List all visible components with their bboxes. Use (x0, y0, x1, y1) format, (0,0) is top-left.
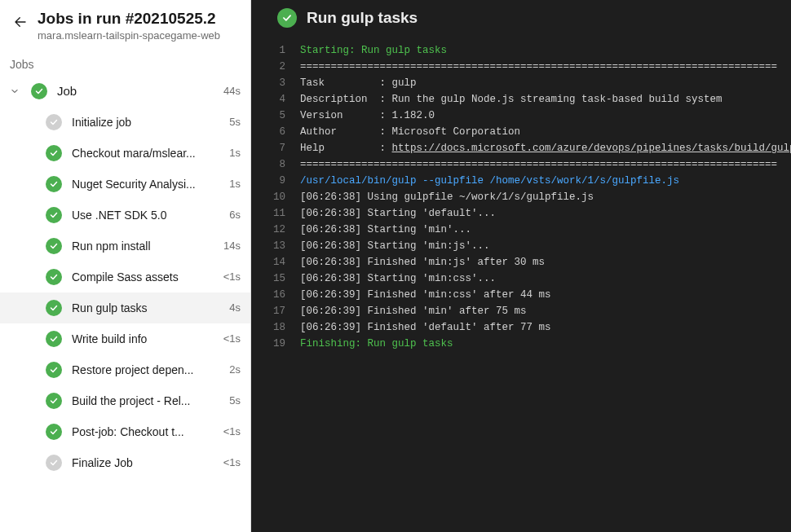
log-line: 8=======================================… (251, 156, 791, 173)
task-duration: 5s (229, 116, 241, 128)
log-line: 9/usr/local/bin/gulp --gulpfile /home/vs… (251, 173, 791, 189)
line-number: 2 (251, 59, 300, 75)
log-body[interactable]: 1Starting: Run gulp tasks2==============… (251, 39, 791, 532)
job-label: Job (57, 84, 214, 98)
line-number: 11 (251, 205, 300, 222)
task-row[interactable]: Initialize job5s (0, 107, 250, 138)
line-number: 14 (251, 254, 300, 270)
log-line: 2=======================================… (251, 59, 791, 75)
line-number: 13 (251, 238, 300, 254)
line-text: ========================================… (300, 156, 777, 173)
task-label: Restore project depen... (72, 363, 219, 376)
task-duration: 5s (229, 394, 241, 407)
task-duration: 1s (229, 147, 241, 159)
log-panel: Run gulp tasks 1Starting: Run gulp tasks… (251, 0, 791, 532)
jobs-section-label: Jobs (0, 51, 250, 76)
task-label: Run gulp tasks (72, 301, 219, 314)
line-number: 8 (251, 156, 300, 173)
task-duration: 4s (229, 301, 241, 314)
log-line: 16[06:26:39] Finished 'min:css' after 44… (251, 287, 791, 303)
line-number: 3 (251, 75, 300, 91)
task-label: Finalize Job (72, 456, 214, 469)
log-line: 18[06:26:39] Finished 'default' after 77… (251, 319, 791, 336)
line-number: 12 (251, 222, 300, 238)
page-subtitle: mara.mslearn-tailspin-spacegame-web (38, 29, 237, 43)
task-row[interactable]: Run npm install14s (0, 231, 250, 262)
task-label: Post-job: Checkout t... (72, 425, 214, 438)
arrow-left-icon (13, 15, 28, 29)
line-text: Author : Microsoft Corporation (300, 124, 520, 140)
header-titles: Jobs in run #20210525.2 mara.mslearn-tai… (38, 10, 237, 43)
line-number: 7 (251, 140, 300, 156)
task-row[interactable]: Run gulp tasks4s (0, 292, 250, 323)
task-row[interactable]: Build the project - Rel...5s (0, 385, 250, 416)
log-line: 11[06:26:38] Starting 'default'... (251, 205, 791, 222)
task-label: Use .NET SDK 5.0 (72, 209, 219, 222)
log-line: 17[06:26:39] Finished 'min' after 75 ms (251, 303, 791, 319)
log-line: 4Description : Run the gulp Node.js stre… (251, 91, 791, 108)
log-line: 6Author : Microsoft Corporation (251, 124, 791, 140)
line-number: 5 (251, 108, 300, 124)
task-duration: 2s (229, 363, 241, 376)
back-button[interactable] (13, 10, 28, 29)
task-row[interactable]: Post-job: Checkout t...<1s (0, 416, 250, 447)
log-line: 3Task : gulp (251, 75, 791, 91)
task-duration: <1s (223, 456, 241, 468)
line-number: 19 (251, 336, 300, 352)
help-link[interactable]: https://docs.microsoft.com/azure/devops/… (392, 143, 791, 154)
line-text: /usr/local/bin/gulp --gulpfile /home/vst… (300, 173, 679, 189)
task-label: Nuget Security Analysi... (72, 178, 219, 191)
page-title: Jobs in run #20210525.2 (38, 10, 237, 28)
line-text: Task : gulp (300, 75, 417, 91)
chevron-down-icon (8, 85, 21, 98)
line-text: [06:26:38] Starting 'min:css'... (300, 270, 496, 287)
success-icon (46, 269, 62, 285)
success-icon (46, 424, 62, 440)
task-row[interactable]: Compile Sass assets<1s (0, 262, 250, 292)
neutral-icon (46, 114, 62, 130)
line-number: 1 (251, 42, 300, 59)
log-line: 5Version : 1.182.0 (251, 108, 791, 124)
neutral-icon (46, 455, 62, 471)
job-duration: 44s (223, 85, 241, 97)
log-line: 15[06:26:38] Starting 'min:css'... (251, 270, 791, 287)
line-text: [06:26:38] Finished 'min:js' after 30 ms (300, 254, 545, 270)
success-icon (31, 83, 47, 99)
success-icon (46, 393, 62, 409)
sidebar: Jobs in run #20210525.2 mara.mslearn-tai… (0, 0, 251, 532)
task-row[interactable]: Use .NET SDK 5.06s (0, 200, 250, 231)
line-number: 15 (251, 270, 300, 287)
line-text: ========================================… (300, 59, 777, 75)
log-line: 12[06:26:38] Starting 'min'... (251, 222, 791, 238)
task-label: Compile Sass assets (72, 270, 214, 284)
task-row[interactable]: Nuget Security Analysi...1s (0, 169, 250, 200)
line-number: 18 (251, 319, 300, 336)
line-text: [06:26:38] Starting 'default'... (300, 205, 496, 222)
task-duration: 1s (229, 178, 241, 190)
line-number: 10 (251, 189, 300, 205)
log-line: 1Starting: Run gulp tasks (251, 42, 791, 59)
log-title: Run gulp tasks (307, 9, 418, 27)
task-list: Initialize job5sCheckout mara/mslear...1… (0, 107, 250, 478)
line-text: Help : https://docs.microsoft.com/azure/… (300, 140, 791, 156)
job-row[interactable]: Job 44s (0, 76, 250, 107)
success-icon (46, 362, 62, 378)
log-line: 7Help : https://docs.microsoft.com/azure… (251, 140, 791, 156)
task-duration: 6s (229, 209, 241, 221)
line-text: [06:26:38] Starting 'min:js'... (300, 238, 490, 254)
success-icon (46, 238, 62, 254)
task-row[interactable]: Checkout mara/mslear...1s (0, 138, 250, 169)
success-icon (46, 300, 62, 316)
log-line: 19Finishing: Run gulp tasks (251, 336, 791, 352)
task-duration: 14s (223, 240, 241, 252)
task-row[interactable]: Restore project depen...2s (0, 354, 250, 385)
line-text: [06:26:38] Starting 'min'... (300, 222, 471, 238)
line-text: Description : Run the gulp Node.js strea… (300, 91, 723, 108)
task-row[interactable]: Finalize Job<1s (0, 447, 250, 478)
task-label: Write build info (72, 332, 214, 345)
task-row[interactable]: Write build info<1s (0, 323, 250, 354)
task-duration: <1s (223, 332, 241, 345)
line-number: 9 (251, 173, 300, 189)
task-duration: <1s (223, 270, 241, 283)
log-line: 10[06:26:38] Using gulpfile ~/work/1/s/g… (251, 189, 791, 205)
